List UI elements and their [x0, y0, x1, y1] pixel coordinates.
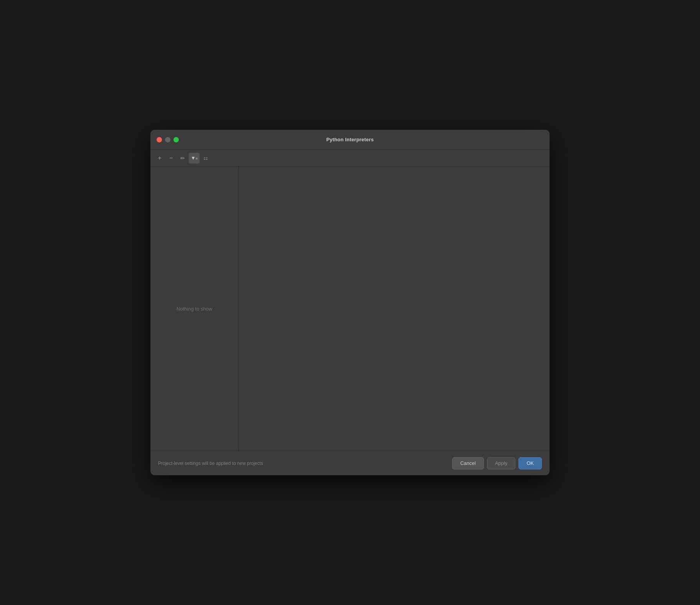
edit-icon: ✏ [180, 155, 185, 161]
plus-icon [158, 155, 161, 162]
footer-buttons: Cancel Apply OK [452, 457, 542, 469]
minimize-button[interactable] [165, 137, 170, 142]
interpreter-detail-area [239, 167, 550, 451]
remove-interpreter-button[interactable] [166, 153, 177, 164]
ok-button[interactable]: OK [518, 457, 542, 469]
empty-state-label: Nothing to show [177, 306, 212, 312]
minus-icon [169, 155, 173, 162]
cancel-button[interactable]: Cancel [452, 457, 484, 469]
traffic-lights [157, 137, 179, 142]
filter-icon: ▼≡ [191, 155, 198, 161]
filter-button[interactable]: ▼≡ [189, 153, 200, 164]
python-interpreters-dialog: Python Interpreters ✏ ▼≡ ⚏ Nothing to sh… [150, 130, 550, 475]
interpreter-list-sidebar: Nothing to show [150, 167, 239, 451]
tree-view-button[interactable]: ⚏ [200, 153, 211, 164]
footer-info-text: Project-level settings will be applied t… [158, 461, 263, 466]
apply-button[interactable]: Apply [487, 457, 516, 469]
close-button[interactable] [157, 137, 162, 142]
footer: Project-level settings will be applied t… [150, 451, 550, 475]
edit-interpreter-button[interactable]: ✏ [177, 153, 188, 164]
window-title: Python Interpreters [326, 137, 374, 142]
add-interpreter-button[interactable] [154, 153, 165, 164]
main-content: Nothing to show [150, 167, 550, 451]
title-bar: Python Interpreters [150, 130, 550, 150]
toolbar: ✏ ▼≡ ⚏ [150, 150, 550, 167]
tree-icon: ⚏ [203, 155, 208, 161]
maximize-button[interactable] [173, 137, 179, 142]
